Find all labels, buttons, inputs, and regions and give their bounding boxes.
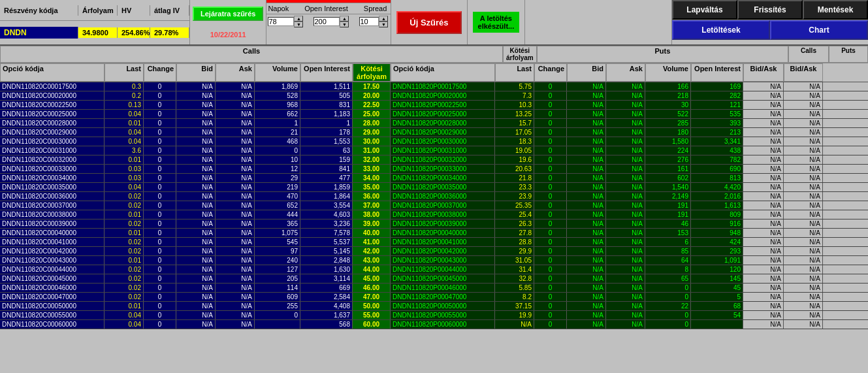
table-row: DNDN110820C00017500 0.3 0 N/A N/A 1,869 … bbox=[0, 82, 868, 91]
put-last: 27.8 bbox=[495, 229, 534, 237]
call-code: DNDN110820C00029000 bbox=[0, 128, 104, 137]
spread-up-btn[interactable]: ▲ bbox=[379, 16, 388, 22]
avg-iv-col-header: átlag IV bbox=[150, 5, 189, 16]
col-header-call-change: Change bbox=[144, 63, 176, 82]
put-bid: N/A bbox=[567, 238, 606, 246]
avg-iv-value: 29.78% bbox=[150, 27, 189, 38]
new-filter-button[interactable]: Új Szűrés bbox=[396, 11, 461, 34]
call-last: 0.02 bbox=[104, 219, 144, 228]
put-change: 0 bbox=[534, 101, 567, 109]
call-ask: N/A bbox=[216, 302, 255, 310]
put-volume: 153 bbox=[645, 229, 691, 237]
put-volume: 224 bbox=[645, 146, 691, 155]
call-oi: 2,584 bbox=[300, 293, 353, 301]
napok-input[interactable] bbox=[268, 17, 294, 26]
call-volume: 545 bbox=[255, 238, 300, 246]
chart-button[interactable]: Chart bbox=[770, 20, 868, 40]
put-bidask-value: N/A bbox=[784, 219, 823, 228]
call-change: 0 bbox=[144, 247, 176, 255]
call-bid: N/A bbox=[176, 155, 216, 164]
put-last: 31.05 bbox=[495, 256, 534, 265]
call-bidask-value: N/A bbox=[743, 201, 784, 210]
oi-spinner[interactable]: ▲ ▼ bbox=[340, 16, 349, 27]
put-volume: 0 bbox=[645, 311, 691, 319]
call-oi: 1,864 bbox=[300, 192, 353, 201]
call-ask: N/A bbox=[216, 201, 255, 210]
put-change: 0 bbox=[534, 284, 567, 292]
put-bid: N/A bbox=[567, 192, 606, 201]
put-volume: 191 bbox=[645, 201, 691, 210]
napok-up-btn[interactable]: ▲ bbox=[294, 16, 303, 22]
mentesek-button[interactable]: Mentések bbox=[803, 0, 868, 20]
call-volume: 1,869 bbox=[255, 82, 300, 91]
put-oi bbox=[691, 320, 743, 329]
put-code: DNDN110820P00020000 bbox=[391, 91, 495, 100]
put-bidask-value: N/A bbox=[784, 210, 823, 219]
call-change: 0 bbox=[144, 146, 176, 155]
put-bidask-value: N/A bbox=[784, 101, 823, 109]
call-ask: N/A bbox=[216, 284, 255, 292]
frissites-button[interactable]: Frissítés bbox=[737, 0, 803, 20]
call-last: 0.02 bbox=[104, 201, 144, 210]
put-last: 37.15 bbox=[495, 302, 534, 310]
put-ask: N/A bbox=[606, 284, 645, 292]
table-row: DNDN110820C00036000 0.02 0 N/A N/A 470 1… bbox=[0, 192, 868, 201]
put-bid: N/A bbox=[567, 183, 606, 191]
oi-input[interactable] bbox=[313, 17, 340, 26]
table-row: DNDN110820C00022500 0.13 0 N/A N/A 968 8… bbox=[0, 101, 868, 110]
put-bidask-value: N/A bbox=[784, 284, 823, 292]
expiry-filter-button[interactable]: Lejáratra szűrés bbox=[193, 7, 263, 21]
strike-price: 31.00 bbox=[353, 146, 391, 155]
spread-input[interactable] bbox=[359, 17, 379, 26]
put-change: 0 bbox=[534, 137, 567, 146]
col-header-calls-bidask: Bid/Ask bbox=[743, 63, 784, 82]
put-volume: 1,580 bbox=[645, 137, 691, 146]
put-code: DNDN110820P00032000 bbox=[391, 155, 495, 164]
call-volume bbox=[255, 320, 300, 329]
spread-down-btn[interactable]: ▼ bbox=[379, 22, 388, 27]
put-code: DNDN110820P00047000 bbox=[391, 293, 495, 301]
put-bid: N/A bbox=[567, 137, 606, 146]
put-bid: N/A bbox=[567, 265, 606, 274]
oi-up-btn[interactable]: ▲ bbox=[340, 16, 349, 22]
call-bid: N/A bbox=[176, 146, 216, 155]
put-code: DNDN110820P00038000 bbox=[391, 210, 495, 219]
put-bidask-value: N/A bbox=[784, 256, 823, 265]
letoltesek-button[interactable]: Letöltések bbox=[672, 20, 770, 40]
call-volume: 10 bbox=[255, 155, 300, 164]
put-bid: N/A bbox=[567, 101, 606, 109]
call-code: DNDN110820C00035000 bbox=[0, 183, 104, 191]
put-volume: 166 bbox=[645, 82, 691, 91]
lapvaltas-button[interactable]: Lapváltás bbox=[672, 0, 737, 20]
call-change: 0 bbox=[144, 137, 176, 146]
put-code: DNDN110820P00037000 bbox=[391, 201, 495, 210]
put-ask: N/A bbox=[606, 274, 645, 283]
table-row: DNDN110820C00044000 0.02 0 N/A N/A 127 1… bbox=[0, 265, 868, 274]
napok-down-btn[interactable]: ▼ bbox=[294, 22, 303, 27]
call-change: 0 bbox=[144, 210, 176, 219]
strike-price: 47.00 bbox=[353, 293, 391, 301]
call-change: 0 bbox=[144, 274, 176, 283]
call-ask: N/A bbox=[216, 146, 255, 155]
put-change: 0 bbox=[534, 119, 567, 127]
call-volume: 97 bbox=[255, 247, 300, 255]
call-ask: N/A bbox=[216, 311, 255, 319]
oi-down-btn[interactable]: ▼ bbox=[340, 22, 349, 27]
call-bid: N/A bbox=[176, 82, 216, 91]
call-volume: 127 bbox=[255, 265, 300, 274]
put-oi: 68 bbox=[691, 302, 743, 310]
call-bid: N/A bbox=[176, 192, 216, 201]
spread-spinner[interactable]: ▲ ▼ bbox=[379, 16, 388, 27]
call-change: 0 bbox=[144, 311, 176, 319]
call-bid: N/A bbox=[176, 274, 216, 283]
call-last: 0.01 bbox=[104, 302, 144, 310]
strike-price: 45.00 bbox=[353, 274, 391, 283]
call-last: 0.04 bbox=[104, 128, 144, 137]
table-row: DNDN110820C00042000 0.02 0 N/A N/A 97 5,… bbox=[0, 247, 868, 256]
put-ask: N/A bbox=[606, 219, 645, 228]
put-oi: 1,091 bbox=[691, 256, 743, 265]
call-bidask-value: N/A bbox=[743, 110, 784, 118]
napok-spinner[interactable]: ▲ ▼ bbox=[294, 16, 303, 27]
call-bidask-value: N/A bbox=[743, 274, 784, 283]
put-bid: N/A bbox=[567, 247, 606, 255]
